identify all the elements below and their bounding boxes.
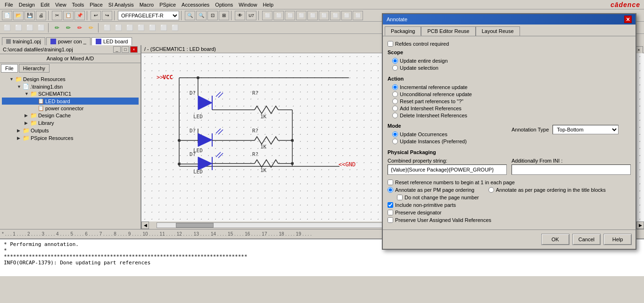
tb2-btn-15[interactable]: ⬜	[170, 23, 180, 33]
dialog-close-btn[interactable]: ×	[624, 16, 632, 23]
scrollbar-thumb[interactable]	[176, 223, 214, 228]
tab-training1[interactable]: training1.opj	[2, 37, 45, 45]
tree-item-library[interactable]: ▶ 📁 Library	[2, 119, 139, 127]
menu-macro[interactable]: Macro	[137, 1, 157, 8]
tb2-btn-5[interactable]: ✏	[52, 23, 62, 33]
tab-led-board[interactable]: LED board	[91, 37, 132, 45]
menu-design[interactable]: Design	[16, 1, 38, 8]
menu-window[interactable]: Window	[236, 1, 260, 8]
refdes-control-checkbox[interactable]	[388, 41, 393, 47]
action-reset-radio[interactable]	[392, 98, 398, 104]
undo-btn[interactable]: ↩	[91, 11, 101, 20]
tb-misc-5[interactable]: ⬜	[307, 11, 318, 20]
menu-accessories[interactable]: Accessories	[179, 1, 212, 8]
preserve-designator-checkbox[interactable]	[388, 210, 393, 215]
tb2-btn-1[interactable]: ⬜	[2, 23, 12, 33]
scroll-left-btn[interactable]: ◀	[141, 221, 149, 229]
new-btn[interactable]: 📄	[2, 11, 12, 20]
tab-power-con[interactable]: power con _	[46, 37, 91, 45]
tb-misc-1[interactable]: ⬜	[262, 11, 272, 20]
zoom-all-btn[interactable]: ⊡	[207, 11, 218, 20]
menu-pspice[interactable]: PSpice	[157, 1, 179, 8]
scope-entire-radio[interactable]	[392, 58, 398, 64]
pm-ordering-radio[interactable]	[388, 187, 393, 193]
save-btn[interactable]: 💾	[25, 11, 35, 20]
dialog-tab-pcb-reuse[interactable]: PCB Editor Reuse	[421, 26, 475, 36]
menu-view[interactable]: View	[52, 1, 69, 8]
tb2-btn-10[interactable]: ⬜	[113, 23, 124, 33]
dialog-tab-layout-reuse[interactable]: Layout Reuse	[476, 26, 520, 36]
panel-tab-file[interactable]: File	[1, 64, 18, 73]
panel-minimize-btn[interactable]: _	[113, 46, 121, 53]
tree-item-design-cache[interactable]: ▶ 📁 Design Cache	[2, 112, 139, 119]
mode-instances-radio[interactable]	[392, 139, 398, 144]
menu-tools[interactable]: Tools	[69, 1, 87, 8]
action-add-intersheet-radio[interactable]	[392, 106, 398, 111]
redo-btn[interactable]: ↪	[102, 11, 112, 20]
menu-help[interactable]: Help	[260, 1, 276, 8]
action-delete-intersheet-radio[interactable]	[392, 113, 398, 118]
menu-place[interactable]: Place	[87, 1, 106, 8]
tree-item-dsn[interactable]: ▼ 📄 .\training1.dsn	[2, 83, 139, 90]
tb2-btn-13[interactable]: ⬜	[147, 23, 157, 33]
panel-restore-btn[interactable]: □	[122, 46, 129, 53]
tb-btn-u7[interactable]: U7	[246, 11, 256, 20]
zoom-in-btn[interactable]: 🔍	[185, 11, 195, 20]
preserve-user-refs-checkbox[interactable]	[388, 217, 393, 223]
tb2-btn-4[interactable]: ⬜	[36, 23, 46, 33]
menu-options[interactable]: Options	[212, 1, 236, 8]
tb2-btn-14[interactable]: ⬜	[158, 23, 169, 33]
tb-misc-3[interactable]: ⬜	[285, 11, 295, 20]
cut-btn[interactable]: ✂	[52, 11, 62, 20]
tb-misc-2[interactable]: ⬜	[273, 11, 284, 20]
tree-item-outputs[interactable]: ▶ 📁 Outputs	[2, 127, 139, 134]
tb2-btn-2[interactable]: ⬜	[13, 23, 24, 33]
help-button[interactable]: Help	[603, 234, 632, 245]
tb-misc-8[interactable]: ⬜	[341, 11, 352, 20]
tree-item-led-board[interactable]: 📋 LED board	[2, 98, 139, 105]
annotation-type-select[interactable]: Top-Bottom	[553, 125, 619, 134]
menu-file[interactable]: File	[2, 1, 16, 8]
tree-item-schematic1[interactable]: ▼ 📁 SCHEMATIC1	[2, 90, 139, 98]
print-btn[interactable]: 🖨	[36, 11, 46, 20]
tb2-btn-12[interactable]: ⬜	[136, 23, 146, 33]
zoom-area-btn[interactable]: ⊞	[219, 11, 229, 20]
tree-item-design-resources[interactable]: ▼ 📁 Design Resources	[2, 75, 139, 83]
copy-btn[interactable]: 📋	[63, 11, 74, 20]
paste-btn[interactable]: 📌	[74, 11, 85, 20]
dialog-tab-packaging[interactable]: Packaging	[385, 26, 421, 36]
menu-si-analysis[interactable]: SI Analysis	[106, 1, 137, 8]
zoom-out-btn[interactable]: 🔍	[196, 11, 206, 20]
combined-property-value[interactable]: {Value}{Source Package}{POWER_GROUP}	[388, 164, 507, 175]
panel-tab-hierarchy[interactable]: Hierarchy	[19, 64, 50, 73]
title-blocks-radio[interactable]	[488, 187, 494, 193]
ok-button[interactable]: OK	[541, 234, 570, 245]
tb2-btn-8[interactable]: ✏	[86, 23, 96, 33]
tb2-btn-3[interactable]: ⬜	[25, 23, 35, 33]
scope-selection-radio[interactable]	[392, 65, 398, 71]
cancel-button[interactable]: Cancel	[572, 234, 601, 245]
open-btn[interactable]: 📂	[13, 11, 24, 20]
part-dropdown[interactable]: OFFPAGELEFT-R	[118, 11, 179, 20]
menu-edit[interactable]: Edit	[38, 1, 52, 8]
panel-close-btn[interactable]: ×	[130, 46, 138, 53]
tb-misc-4[interactable]: ⬜	[296, 11, 306, 20]
tb2-btn-9[interactable]: ⬜	[102, 23, 112, 33]
action-unconditional-radio[interactable]	[392, 91, 398, 97]
tb-misc-9[interactable]: ⬜	[353, 11, 363, 20]
non-primitive-checkbox[interactable]	[388, 202, 393, 208]
additionally-value[interactable]	[512, 164, 631, 175]
tree-item-power-connector[interactable]: 📋 power connector	[2, 105, 139, 112]
tb-misc-6[interactable]: ⬜	[319, 11, 329, 20]
tb2-btn-11[interactable]: ⬜	[124, 23, 135, 33]
no-change-page-checkbox[interactable]	[397, 195, 403, 200]
action-incremental-radio[interactable]	[392, 84, 398, 90]
reset-refs-checkbox[interactable]	[388, 180, 393, 185]
mode-occurrences-radio[interactable]	[392, 131, 398, 137]
tree-item-pspice[interactable]: ▶ 📁 PSpice Resources	[2, 134, 139, 142]
tb2-btn-6[interactable]: ✏	[63, 23, 74, 33]
tb2-btn-7[interactable]: ✏	[74, 23, 85, 33]
svg-text:D?: D?	[190, 151, 196, 157]
tb-misc-7[interactable]: ⬜	[330, 11, 340, 20]
eye-btn[interactable]: 👁	[235, 11, 245, 20]
